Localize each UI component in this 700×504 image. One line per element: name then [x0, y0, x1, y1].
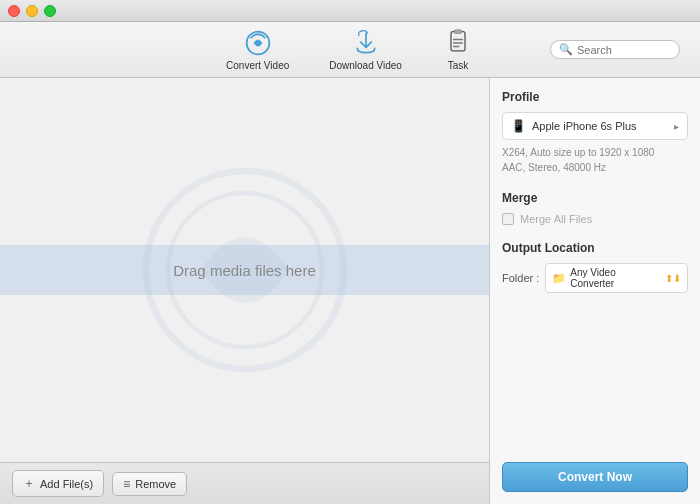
- minimize-button[interactable]: [26, 5, 38, 17]
- right-panel: Profile 📱 Apple iPhone 6s Plus ▸ X264, A…: [490, 78, 700, 504]
- folder-row: Folder : 📁 Any Video Converter ⬆⬇: [502, 263, 688, 293]
- bottom-bar: ＋ Add File(s) ≡ Remove: [0, 462, 489, 504]
- traffic-lights: [8, 5, 56, 17]
- output-section: Output Location Folder : 📁 Any Video Con…: [502, 241, 688, 293]
- search-box[interactable]: 🔍: [550, 40, 680, 59]
- drop-zone-text: Drag media files here: [173, 262, 316, 279]
- profile-name: Apple iPhone 6s Plus: [532, 120, 668, 132]
- task-button[interactable]: Task: [442, 29, 474, 71]
- task-label: Task: [448, 60, 469, 71]
- phone-icon: 📱: [511, 119, 526, 133]
- convert-now-button[interactable]: Convert Now: [502, 462, 688, 492]
- folder-label: Folder :: [502, 272, 539, 284]
- profile-section-title: Profile: [502, 90, 688, 104]
- add-files-label: Add File(s): [40, 478, 93, 490]
- task-icon: [442, 29, 474, 57]
- folder-name: Any Video Converter: [570, 267, 661, 289]
- profile-arrow-icon: ▸: [674, 121, 679, 132]
- main-area: Drag media files here ＋ Add File(s) ≡ Re…: [0, 78, 700, 504]
- profile-description: X264, Auto size up to 1920 x 1080AAC, St…: [502, 145, 688, 175]
- close-button[interactable]: [8, 5, 20, 17]
- remove-button[interactable]: ≡ Remove: [112, 472, 187, 496]
- maximize-button[interactable]: [44, 5, 56, 17]
- download-video-button[interactable]: Download Video: [329, 29, 402, 71]
- add-files-button[interactable]: ＋ Add File(s): [12, 470, 104, 497]
- profile-section: Profile 📱 Apple iPhone 6s Plus ▸ X264, A…: [502, 90, 688, 175]
- search-icon: 🔍: [559, 43, 573, 56]
- toolbar: Convert Video Download Video: [0, 22, 700, 78]
- left-panel: Drag media files here ＋ Add File(s) ≡ Re…: [0, 78, 490, 504]
- merge-all-label: Merge All Files: [520, 213, 592, 225]
- toolbar-center: Convert Video Download Video: [226, 29, 474, 71]
- drop-zone[interactable]: Drag media files here: [0, 78, 489, 462]
- svg-rect-1: [451, 31, 465, 50]
- search-input[interactable]: [577, 44, 671, 56]
- remove-label: Remove: [135, 478, 176, 490]
- profile-selector[interactable]: 📱 Apple iPhone 6s Plus ▸: [502, 112, 688, 140]
- download-video-label: Download Video: [329, 60, 402, 71]
- title-bar: [0, 0, 700, 22]
- remove-icon: ≡: [123, 477, 130, 491]
- merge-section: Merge Merge All Files: [502, 191, 688, 225]
- convert-section: Convert Now: [502, 462, 688, 492]
- svg-rect-2: [454, 29, 461, 33]
- add-files-icon: ＋: [23, 475, 35, 492]
- merge-section-title: Merge: [502, 191, 688, 205]
- convert-video-label: Convert Video: [226, 60, 289, 71]
- convert-video-icon: [242, 29, 274, 57]
- spacer: [502, 309, 688, 446]
- convert-video-button[interactable]: Convert Video: [226, 29, 289, 71]
- folder-selector[interactable]: 📁 Any Video Converter ⬆⬇: [545, 263, 688, 293]
- merge-row: Merge All Files: [502, 213, 688, 225]
- download-video-icon: [350, 29, 382, 57]
- output-section-title: Output Location: [502, 241, 688, 255]
- merge-all-checkbox[interactable]: [502, 213, 514, 225]
- folder-icon: 📁: [552, 272, 566, 285]
- folder-arrow-icon: ⬆⬇: [665, 273, 681, 284]
